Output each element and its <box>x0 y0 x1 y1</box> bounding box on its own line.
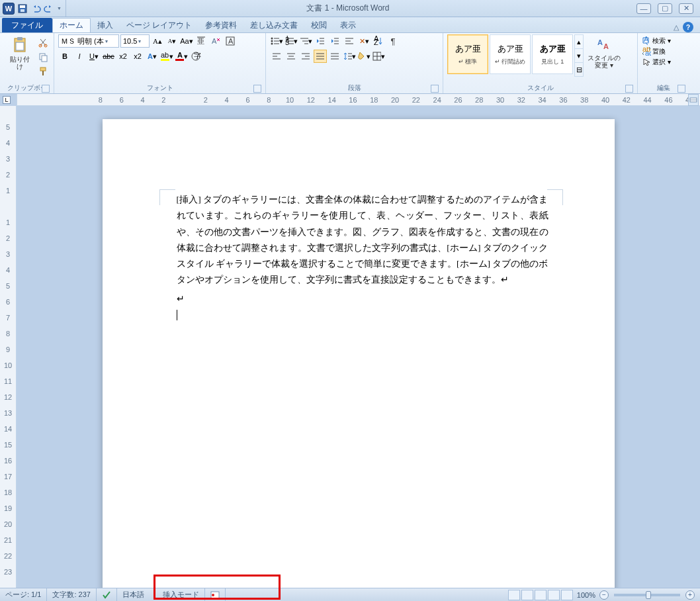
tab-page-layout[interactable]: ページ レイアウト <box>120 18 198 32</box>
print-layout-view-icon[interactable] <box>508 590 520 600</box>
font-color-icon[interactable]: A▾ <box>175 50 188 63</box>
quick-access-toolbar: ▼ <box>17 0 66 17</box>
highlight-color-icon[interactable]: ab▾ <box>160 50 173 63</box>
align-center-icon[interactable] <box>284 50 298 63</box>
sort-icon[interactable]: AZ <box>372 34 385 48</box>
vertical-ruler[interactable]: 5432112345678910111213141516171819202122… <box>0 106 17 588</box>
macro-recording-icon[interactable] <box>205 588 226 601</box>
style-normal[interactable]: あア亜 ↵ 標準 <box>447 34 488 74</box>
tab-insert[interactable]: 挿入 <box>91 18 120 32</box>
subscript-button[interactable]: x2 <box>116 50 130 63</box>
zoom-out-button[interactable]: − <box>599 590 609 600</box>
page: [挿入] タブのギャラリーには、文書全体の体裁に合わせて調整するためのアイテムが… <box>103 119 615 588</box>
svg-text:3: 3 <box>285 38 289 46</box>
qat-customize-icon[interactable]: ▼ <box>57 6 62 11</box>
svg-rect-20 <box>175 59 184 61</box>
align-right-icon[interactable] <box>299 50 312 63</box>
increase-indent-icon[interactable] <box>328 34 341 48</box>
strikethrough-button[interactable]: abc <box>102 50 115 63</box>
shrink-font-icon[interactable]: A▾ <box>165 34 179 48</box>
window-controls: — ▢ ✕ <box>630 3 700 14</box>
svg-text:A: A <box>597 38 603 46</box>
superscript-button[interactable]: x2 <box>131 50 144 63</box>
replace-button[interactable]: abac置換 <box>642 47 666 56</box>
style-no-spacing[interactable]: あア亜 ↵ 行間詰め <box>490 34 531 74</box>
language[interactable]: 日本語 <box>117 588 157 601</box>
grow-font-icon[interactable]: A▴ <box>151 34 164 48</box>
outline-view-icon[interactable] <box>548 590 560 600</box>
tab-home[interactable]: ホーム <box>52 18 91 32</box>
gallery-more-icon[interactable]: ⊟ <box>575 63 583 76</box>
style-heading1[interactable]: あア亜 見出し 1 <box>532 34 573 74</box>
tab-references[interactable]: 参考資料 <box>198 18 243 32</box>
svg-text:ac: ac <box>645 49 651 56</box>
paste-button[interactable]: 貼り付け <box>4 34 35 81</box>
multilevel-list-icon[interactable]: ▾ <box>299 34 312 48</box>
align-justify-icon[interactable] <box>314 50 327 63</box>
show-paragraph-marks-icon[interactable]: ¶ <box>386 34 400 48</box>
numbering-icon[interactable]: 123▾ <box>284 34 298 48</box>
zoom-slider[interactable] <box>614 594 680 596</box>
zoom-in-button[interactable]: + <box>685 590 695 600</box>
word-count[interactable]: 文字数: 237 <box>47 588 96 601</box>
insert-mode[interactable]: 挿入モード <box>157 588 205 601</box>
gallery-down-icon[interactable]: ▾ <box>575 49 583 63</box>
asian-layout-icon[interactable]: ✕▾ <box>357 34 371 48</box>
web-layout-view-icon[interactable] <box>535 590 547 600</box>
distribute-icon[interactable] <box>328 50 341 63</box>
close-button[interactable]: ✕ <box>679 3 693 14</box>
enclose-characters-icon[interactable]: 字 <box>189 50 202 63</box>
decrease-indent-icon[interactable] <box>314 34 327 48</box>
file-tab[interactable]: ファイル <box>2 18 52 32</box>
shading-icon[interactable]: ▾ <box>357 50 371 63</box>
proofing-icon[interactable] <box>97 588 117 601</box>
text-effects-icon[interactable]: A▾ <box>146 50 159 63</box>
help-icon[interactable]: ? <box>683 22 693 32</box>
zoom-thumb[interactable] <box>646 591 651 599</box>
italic-button[interactable]: I <box>73 50 86 63</box>
line-spacing-icon[interactable]: ▾ <box>343 50 356 63</box>
change-case-icon[interactable]: Aa▾ <box>180 34 193 48</box>
format-painter-icon[interactable] <box>36 65 50 78</box>
undo-icon[interactable] <box>30 3 41 14</box>
tab-review[interactable]: 校閲 <box>304 18 333 32</box>
phonetic-guide-icon[interactable]: 亜 <box>195 34 208 48</box>
word-app-icon[interactable]: W <box>3 3 15 15</box>
page-number[interactable]: ページ: 1/1 <box>0 588 47 601</box>
tab-selector[interactable]: L <box>3 96 11 104</box>
character-border-icon[interactable]: A <box>224 34 237 48</box>
tab-mailings[interactable]: 差し込み文書 <box>243 18 304 32</box>
svg-text:字: 字 <box>194 52 201 60</box>
font-name-combo[interactable]: ＭＳ 明朝 (本▾ <box>58 34 119 48</box>
clear-formatting-icon[interactable]: A <box>209 34 222 48</box>
minimize-button[interactable]: — <box>636 3 651 14</box>
find-button[interactable]: A検索 ▾ <box>642 36 671 46</box>
cut-icon[interactable] <box>36 36 50 49</box>
change-styles-button[interactable]: AA スタイルの 変更 ▾ <box>585 34 623 81</box>
save-icon[interactable] <box>17 3 28 14</box>
fullscreen-reading-view-icon[interactable] <box>521 590 533 600</box>
font-size-combo[interactable]: 10.5▾ <box>120 34 150 48</box>
copy-icon[interactable] <box>36 50 50 64</box>
ruler-toggle-icon[interactable] <box>688 94 699 106</box>
draft-view-icon[interactable] <box>561 590 573 600</box>
document-body-text[interactable]: [挿入] タブのギャラリーには、文書全体の体裁に合わせて調整するためのアイテムが… <box>177 192 548 289</box>
ltr-direction-icon[interactable] <box>343 34 356 48</box>
horizontal-ruler[interactable]: 8642246810121416182022242628303234363840… <box>17 94 700 106</box>
tab-view[interactable]: 表示 <box>333 18 363 32</box>
redo-icon[interactable] <box>44 3 54 14</box>
borders-icon[interactable]: ▾ <box>372 50 385 63</box>
select-button[interactable]: 選択 ▾ <box>642 58 671 67</box>
maximize-button[interactable]: ▢ <box>658 3 672 14</box>
bullets-icon[interactable]: ▾ <box>270 34 283 48</box>
minimize-ribbon-icon[interactable]: △ <box>674 23 679 32</box>
bold-button[interactable]: B <box>58 50 71 63</box>
svg-rect-2 <box>21 9 24 12</box>
style-gallery[interactable]: あア亜 ↵ 標準 あア亜 ↵ 行間詰め あア亜 見出し 1 ▴ ▾ ⊟ <box>447 34 584 77</box>
underline-button[interactable]: U▾ <box>87 50 101 63</box>
align-left-icon[interactable] <box>270 50 283 63</box>
document-scroll[interactable]: [挿入] タブのギャラリーには、文書全体の体裁に合わせて調整するためのアイテムが… <box>17 106 700 588</box>
gallery-up-icon[interactable]: ▴ <box>575 35 583 49</box>
zoom-level[interactable]: 100% <box>577 591 595 599</box>
svg-text:A: A <box>644 36 649 43</box>
